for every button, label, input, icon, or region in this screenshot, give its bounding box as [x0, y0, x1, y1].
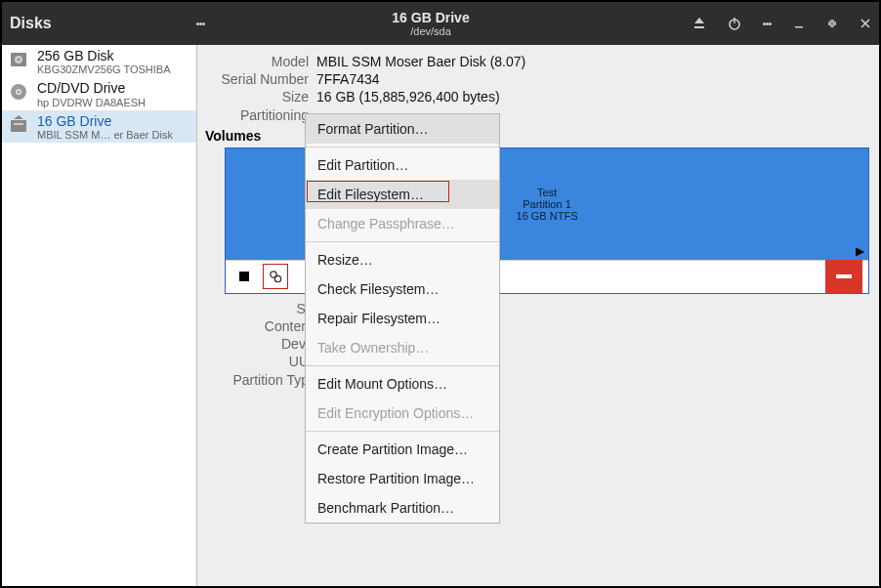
power-icon[interactable] [728, 17, 741, 30]
size-label: Size [197, 88, 316, 105]
svg-point-13 [274, 276, 280, 282]
disk-item-sub: hp DVDRW DA8AESH [37, 97, 146, 108]
menu-edit-filesystem[interactable]: Edit Filesystem… [306, 180, 499, 209]
serial-label: Serial Number [197, 70, 316, 88]
model-label: Model [197, 53, 316, 70]
svg-rect-1 [734, 18, 734, 23]
disk-item[interactable]: CD/DVD Drivehp DVDRW DA8AESH [2, 77, 196, 109]
menu-edit-mount-options[interactable]: Edit Mount Options… [306, 369, 499, 399]
disk-item-title: 16 GB Drive [37, 114, 173, 129]
partitioning-label: Partitioning [197, 106, 316, 124]
disk-item-selected[interactable]: 16 GB DriveMBIL SSM M… er Baer Disk [2, 110, 196, 143]
volume-settings-menu: Format Partition… Edit Partition… Edit F… [305, 113, 500, 524]
content-area: ModelMBIL SSM Moser Baer Disk (8.07) Ser… [197, 45, 879, 586]
disk-item-sub: KBG30ZMV256G TOSHIBA [37, 63, 171, 75]
vol-device-label: Devi [197, 335, 316, 353]
svg-rect-9 [11, 120, 26, 132]
menu-edit-partition[interactable]: Edit Partition… [306, 150, 499, 180]
menu-create-partition-image[interactable]: Create Partition Image… [306, 435, 499, 464]
vol-uuid-label: UU [197, 353, 316, 370]
vol-ptype-label: Partition Typ [197, 371, 316, 389]
model-value: MBIL SSM Moser Baer Disk (8.07) [316, 53, 525, 70]
svg-rect-11 [239, 272, 249, 281]
menu-benchmark-partition[interactable]: Benchmark Partition… [306, 493, 499, 523]
menu-check-filesystem[interactable]: Check Filesystem… [306, 274, 499, 304]
drive-title: 16 GB Drive [205, 10, 656, 25]
maximize-button[interactable] [826, 18, 838, 29]
hard-disk-icon [8, 49, 29, 70]
menu-format-partition[interactable]: Format Partition… [306, 114, 499, 144]
app-title: Disks [10, 15, 52, 32]
vol-size-label: Si [197, 300, 316, 317]
disk-sidebar: 256 GB DiskKBG30ZMV256G TOSHIBA CD/DVD D… [2, 45, 197, 586]
disk-item-sub: MBIL SSM M… er Baer Disk [37, 129, 173, 141]
svg-rect-10 [14, 123, 23, 125]
disk-item-title: CD/DVD Drive [37, 81, 146, 96]
serial-value: 7FFA7434 [316, 70, 380, 88]
svg-rect-2 [795, 26, 803, 28]
disk-item-title: 256 GB Disk [37, 49, 171, 63]
menu-resize[interactable]: Resize… [306, 245, 499, 274]
menu-repair-filesystem[interactable]: Repair Filesystem… [306, 304, 499, 333]
play-icon: ▶ [856, 244, 864, 258]
menu-change-passphrase: Change Passphrase… [306, 209, 499, 238]
volume-settings-button[interactable] [263, 264, 288, 289]
svg-point-5 [18, 59, 20, 61]
vol-contents-label: Conten [197, 317, 316, 335]
disk-item[interactable]: 256 GB DiskKBG30ZMV256G TOSHIBA [2, 45, 196, 77]
eject-icon[interactable] [692, 17, 706, 30]
svg-rect-14 [836, 274, 852, 278]
delete-partition-button[interactable] [825, 260, 862, 293]
minimize-button[interactable] [793, 18, 805, 29]
window-header: Disks 16 GB Drive /dev/sda [2, 2, 879, 45]
volumes-heading: Volumes [197, 124, 869, 147]
drive-menu-button[interactable] [763, 21, 772, 27]
close-button[interactable] [860, 18, 871, 29]
removable-drive-icon [8, 114, 29, 136]
optical-drive-icon [8, 81, 29, 103]
volume-name: Test [537, 187, 557, 198]
menu-edit-encryption-options: Edit Encryption Options… [306, 399, 499, 428]
volume-fs-label: 16 GB NTFS [517, 210, 578, 222]
menu-take-ownership: Take Ownership… [306, 333, 499, 362]
drive-path: /dev/sda [205, 25, 656, 37]
unmount-button[interactable] [231, 264, 257, 289]
app-menu-button[interactable] [196, 21, 205, 27]
svg-point-8 [18, 91, 20, 93]
menu-restore-partition-image[interactable]: Restore Partition Image… [306, 464, 499, 493]
size-value: 16 GB (15,885,926,400 bytes) [316, 88, 500, 105]
volume-partition-label: Partition 1 [523, 198, 571, 210]
